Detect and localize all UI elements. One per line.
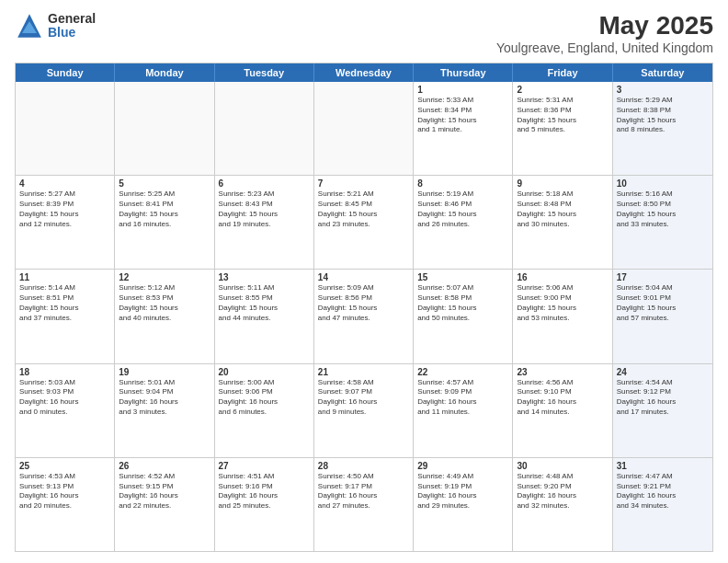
cal-cell-31: 31Sunrise: 4:47 AM Sunset: 9:21 PM Dayli… <box>613 458 712 551</box>
cal-cell-23: 23Sunrise: 4:56 AM Sunset: 9:10 PM Dayli… <box>513 364 612 457</box>
day-number: 5 <box>119 178 210 189</box>
title-block: May 2025 Youlgreave, England, United Kin… <box>496 11 713 55</box>
day-number: 14 <box>318 272 409 282</box>
cell-info: Sunrise: 4:56 AM Sunset: 9:10 PM Dayligh… <box>517 378 608 418</box>
cal-cell-28: 28Sunrise: 4:50 AM Sunset: 9:17 PM Dayli… <box>314 458 414 551</box>
cal-week-1: 1Sunrise: 5:33 AM Sunset: 8:34 PM Daylig… <box>16 82 712 176</box>
cal-cell-18: 18Sunrise: 5:03 AM Sunset: 9:03 PM Dayli… <box>16 364 115 457</box>
day-number: 26 <box>119 461 210 471</box>
cal-cell-8: 8Sunrise: 5:19 AM Sunset: 8:46 PM Daylig… <box>414 176 513 269</box>
cal-week-2: 4Sunrise: 5:27 AM Sunset: 8:39 PM Daylig… <box>16 176 712 270</box>
day-number: 7 <box>318 178 409 189</box>
cal-header-thursday: Thursday <box>414 63 513 82</box>
cal-cell-1: 1Sunrise: 5:33 AM Sunset: 8:34 PM Daylig… <box>414 82 513 175</box>
cal-week-3: 11Sunrise: 5:14 AM Sunset: 8:51 PM Dayli… <box>16 270 712 363</box>
cell-info: Sunrise: 5:01 AM Sunset: 9:04 PM Dayligh… <box>119 378 210 418</box>
cal-cell-13: 13Sunrise: 5:11 AM Sunset: 8:55 PM Dayli… <box>215 270 314 362</box>
day-number: 23 <box>517 367 608 377</box>
day-number: 3 <box>617 85 709 95</box>
cell-info: Sunrise: 5:00 AM Sunset: 9:06 PM Dayligh… <box>219 378 310 418</box>
main-title: May 2025 <box>496 11 713 40</box>
cell-info: Sunrise: 5:23 AM Sunset: 8:43 PM Dayligh… <box>219 190 310 229</box>
cell-info: Sunrise: 5:33 AM Sunset: 8:34 PM Dayligh… <box>417 96 508 135</box>
cal-header-saturday: Saturday <box>613 63 712 82</box>
day-number: 10 <box>617 178 709 189</box>
logo-text: General Blue <box>48 12 96 40</box>
cal-cell-9: 9Sunrise: 5:18 AM Sunset: 8:48 PM Daylig… <box>513 176 612 269</box>
day-number: 28 <box>318 461 409 471</box>
cal-cell-empty-1 <box>115 82 214 175</box>
day-number: 19 <box>119 367 210 377</box>
cal-week-5: 25Sunrise: 4:53 AM Sunset: 9:13 PM Dayli… <box>16 458 712 551</box>
cal-cell-3: 3Sunrise: 5:29 AM Sunset: 8:38 PM Daylig… <box>613 82 712 175</box>
cell-info: Sunrise: 4:50 AM Sunset: 9:17 PM Dayligh… <box>318 472 409 511</box>
calendar-header: SundayMondayTuesdayWednesdayThursdayFrid… <box>16 63 712 82</box>
day-number: 21 <box>318 367 409 377</box>
cal-cell-22: 22Sunrise: 4:57 AM Sunset: 9:09 PM Dayli… <box>414 364 513 457</box>
cell-info: Sunrise: 5:29 AM Sunset: 8:38 PM Dayligh… <box>617 96 709 135</box>
cal-header-friday: Friday <box>513 63 612 82</box>
cell-info: Sunrise: 4:51 AM Sunset: 9:16 PM Dayligh… <box>219 472 310 511</box>
cal-header-monday: Monday <box>115 63 214 82</box>
cal-cell-16: 16Sunrise: 5:06 AM Sunset: 9:00 PM Dayli… <box>513 270 612 362</box>
cal-cell-21: 21Sunrise: 4:58 AM Sunset: 9:07 PM Dayli… <box>314 364 414 457</box>
day-number: 22 <box>417 367 508 377</box>
day-number: 4 <box>19 178 110 189</box>
cell-info: Sunrise: 5:07 AM Sunset: 8:58 PM Dayligh… <box>417 283 508 323</box>
cal-cell-27: 27Sunrise: 4:51 AM Sunset: 9:16 PM Dayli… <box>215 458 314 551</box>
day-number: 9 <box>517 178 608 189</box>
cell-info: Sunrise: 4:58 AM Sunset: 9:07 PM Dayligh… <box>318 378 409 418</box>
cal-cell-26: 26Sunrise: 4:52 AM Sunset: 9:15 PM Dayli… <box>115 458 214 551</box>
cal-cell-5: 5Sunrise: 5:25 AM Sunset: 8:41 PM Daylig… <box>115 176 214 269</box>
day-number: 17 <box>617 272 709 282</box>
cal-cell-24: 24Sunrise: 4:54 AM Sunset: 9:12 PM Dayli… <box>613 364 712 457</box>
day-number: 16 <box>517 272 608 282</box>
subtitle: Youlgreave, England, United Kingdom <box>496 40 713 55</box>
day-number: 8 <box>417 178 508 189</box>
cell-info: Sunrise: 5:04 AM Sunset: 9:01 PM Dayligh… <box>617 283 709 323</box>
day-number: 12 <box>119 272 210 282</box>
cell-info: Sunrise: 5:03 AM Sunset: 9:03 PM Dayligh… <box>19 378 110 418</box>
cal-cell-17: 17Sunrise: 5:04 AM Sunset: 9:01 PM Dayli… <box>613 270 712 362</box>
cell-info: Sunrise: 5:11 AM Sunset: 8:55 PM Dayligh… <box>219 283 310 323</box>
cell-info: Sunrise: 5:06 AM Sunset: 9:00 PM Dayligh… <box>517 283 608 323</box>
day-number: 2 <box>517 85 608 95</box>
day-number: 11 <box>19 272 110 282</box>
cal-cell-11: 11Sunrise: 5:14 AM Sunset: 8:51 PM Dayli… <box>16 270 115 362</box>
cal-cell-15: 15Sunrise: 5:07 AM Sunset: 8:58 PM Dayli… <box>414 270 513 362</box>
cell-info: Sunrise: 5:25 AM Sunset: 8:41 PM Dayligh… <box>119 190 210 229</box>
cell-info: Sunrise: 4:48 AM Sunset: 9:20 PM Dayligh… <box>517 472 608 511</box>
cell-info: Sunrise: 4:54 AM Sunset: 9:12 PM Dayligh… <box>617 378 709 418</box>
cal-header-wednesday: Wednesday <box>314 63 414 82</box>
cal-cell-2: 2Sunrise: 5:31 AM Sunset: 8:36 PM Daylig… <box>513 82 612 175</box>
day-number: 30 <box>517 461 608 471</box>
cal-cell-25: 25Sunrise: 4:53 AM Sunset: 9:13 PM Dayli… <box>16 458 115 551</box>
cell-info: Sunrise: 5:21 AM Sunset: 8:45 PM Dayligh… <box>318 190 409 229</box>
cell-info: Sunrise: 5:19 AM Sunset: 8:46 PM Dayligh… <box>417 190 508 229</box>
logo-general-text: General <box>48 12 96 26</box>
cal-cell-empty-2 <box>215 82 314 175</box>
cal-header-tuesday: Tuesday <box>215 63 314 82</box>
cell-info: Sunrise: 5:09 AM Sunset: 8:56 PM Dayligh… <box>318 283 409 323</box>
logo-icon <box>15 11 44 40</box>
header: General Blue May 2025 Youlgreave, Englan… <box>15 11 713 55</box>
day-number: 29 <box>417 461 508 471</box>
cell-info: Sunrise: 4:57 AM Sunset: 9:09 PM Dayligh… <box>417 378 508 418</box>
cell-info: Sunrise: 4:49 AM Sunset: 9:19 PM Dayligh… <box>417 472 508 511</box>
cell-info: Sunrise: 5:18 AM Sunset: 8:48 PM Dayligh… <box>517 190 608 229</box>
cell-info: Sunrise: 4:47 AM Sunset: 9:21 PM Dayligh… <box>617 472 709 511</box>
cal-week-4: 18Sunrise: 5:03 AM Sunset: 9:03 PM Dayli… <box>16 364 712 458</box>
cal-cell-19: 19Sunrise: 5:01 AM Sunset: 9:04 PM Dayli… <box>115 364 214 457</box>
cell-info: Sunrise: 4:52 AM Sunset: 9:15 PM Dayligh… <box>119 472 210 511</box>
cell-info: Sunrise: 5:16 AM Sunset: 8:50 PM Dayligh… <box>617 190 709 229</box>
day-number: 13 <box>219 272 310 282</box>
calendar-body: 1Sunrise: 5:33 AM Sunset: 8:34 PM Daylig… <box>16 82 712 551</box>
day-number: 31 <box>617 461 709 471</box>
cell-info: Sunrise: 5:27 AM Sunset: 8:39 PM Dayligh… <box>19 190 110 229</box>
day-number: 15 <box>417 272 508 282</box>
cal-cell-29: 29Sunrise: 4:49 AM Sunset: 9:19 PM Dayli… <box>414 458 513 551</box>
cal-cell-6: 6Sunrise: 5:23 AM Sunset: 8:43 PM Daylig… <box>215 176 314 269</box>
cal-cell-7: 7Sunrise: 5:21 AM Sunset: 8:45 PM Daylig… <box>314 176 414 269</box>
cal-cell-empty-0 <box>16 82 115 175</box>
calendar: SundayMondayTuesdayWednesdayThursdayFrid… <box>15 63 713 552</box>
